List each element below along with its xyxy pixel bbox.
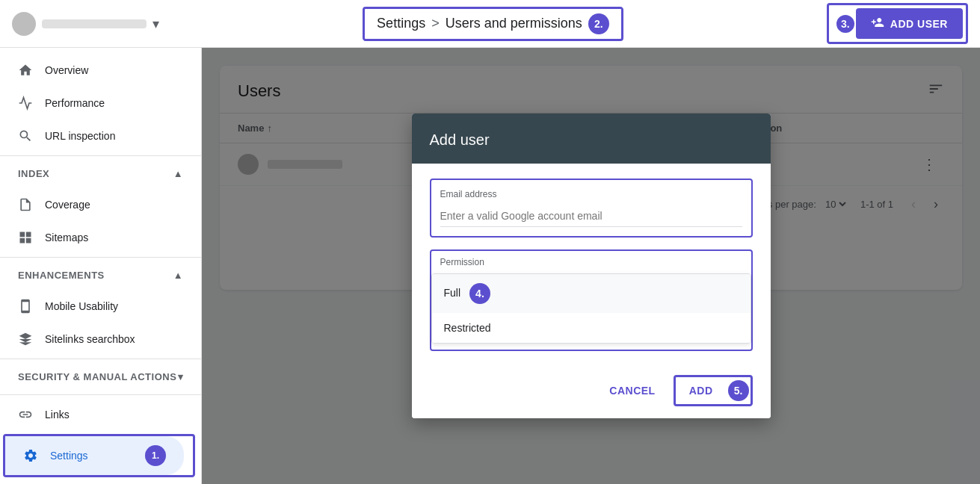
add-user-button[interactable]: ADD USER	[856, 8, 963, 39]
dialog-header: Add user	[412, 114, 771, 164]
sidebar-divider-3	[0, 359, 201, 359]
cancel-button[interactable]: CANCEL	[597, 379, 667, 403]
page-area: Users Name ↑ Email Permission	[202, 48, 980, 484]
security-section-header[interactable]: Security & Manual Actions ▾	[0, 362, 201, 391]
diamond-icon	[18, 332, 33, 347]
index-collapse-icon: ▲	[173, 168, 183, 179]
add-user-dialog: Add user Email address Permission Ful	[412, 114, 771, 418]
sidebar-item-settings[interactable]: Settings 1.	[5, 436, 184, 475]
grid-icon	[18, 230, 33, 245]
security-section-label: Security & Manual Actions	[18, 371, 176, 382]
breadcrumb: Settings > Users and permissions 2.	[363, 7, 623, 41]
avatar	[12, 12, 36, 36]
modal-overlay: Add user Email address Permission Ful	[202, 48, 980, 484]
sidebar-label-mobile-usability: Mobile Usability	[45, 300, 118, 312]
chart-icon	[18, 96, 33, 111]
badge-4: 4.	[469, 283, 490, 304]
email-label: Email address	[440, 189, 742, 199]
sidebar-label-coverage: Coverage	[45, 199, 90, 211]
badge-1: 1.	[145, 445, 166, 466]
sidebar-item-links[interactable]: Links	[0, 398, 192, 431]
add-button-wrap: ADD 5.	[674, 375, 753, 406]
badge-5: 5.	[728, 380, 749, 401]
sidebar-label-performance: Performance	[45, 97, 105, 109]
dialog-title: Add user	[430, 131, 490, 148]
permission-full-label: Full	[444, 287, 461, 299]
breadcrumb-separator: >	[431, 16, 440, 31]
sidebar-label-settings: Settings	[50, 450, 88, 462]
sidebar-item-coverage[interactable]: Coverage	[0, 188, 192, 221]
badge-3: 3.	[835, 13, 856, 34]
add-user-person-icon	[871, 16, 884, 31]
badge-2: 2.	[588, 13, 609, 34]
add-user-label: ADD USER	[890, 18, 948, 30]
search-icon	[18, 128, 33, 143]
email-field-wrapper: Email address	[430, 179, 753, 238]
sidebar-label-sitemaps: Sitemaps	[45, 232, 88, 243]
sidebar-label-sitelinks-searchbox: Sitelinks searchbox	[45, 333, 135, 345]
mobile-icon	[18, 299, 33, 314]
top-bar-left: ▾	[12, 12, 159, 36]
site-name	[42, 19, 147, 28]
permission-option-restricted[interactable]: Restricted	[432, 313, 751, 343]
home-icon	[18, 63, 33, 78]
sidebar-item-sitelinks-searchbox[interactable]: Sitelinks searchbox	[0, 323, 192, 356]
permission-dropdown: Full 4. Restricted	[431, 273, 751, 344]
email-input[interactable]	[440, 205, 742, 227]
enhancements-section-header[interactable]: Enhancements ▲	[0, 261, 201, 290]
link-icon	[18, 407, 33, 422]
security-collapse-icon: ▾	[178, 371, 184, 382]
index-section-label: Index	[18, 168, 49, 179]
sidebar-divider-2	[0, 257, 201, 258]
sidebar-item-overview[interactable]: Overview	[0, 54, 192, 87]
sidebar: Overview Performance URL inspection Inde…	[0, 48, 202, 484]
settings-highlight-box: Settings 1.	[3, 434, 195, 477]
add-button[interactable]: ADD	[677, 379, 725, 403]
permission-label: Permission	[431, 257, 751, 273]
sidebar-item-sitemaps[interactable]: Sitemaps	[0, 221, 192, 254]
sidebar-item-url-inspection[interactable]: URL inspection	[0, 120, 192, 152]
gear-icon	[23, 448, 38, 463]
top-bar: ▾ Settings > Users and permissions 2. 3.…	[0, 0, 980, 48]
index-section-header[interactable]: Index ▲	[0, 159, 201, 188]
enhancements-collapse-icon: ▲	[173, 270, 183, 281]
site-dropdown-icon[interactable]: ▾	[152, 16, 159, 32]
file-icon	[18, 197, 33, 212]
add-user-area: 3. ADD USER	[827, 3, 968, 44]
main-content: Overview Performance URL inspection Inde…	[0, 48, 980, 484]
sidebar-label-links: Links	[45, 409, 70, 421]
enhancements-section-label: Enhancements	[18, 270, 105, 281]
sidebar-label-url-inspection: URL inspection	[45, 130, 115, 142]
dialog-body: Email address Permission Full 4.	[412, 164, 771, 366]
sidebar-divider-1	[0, 155, 201, 156]
permission-field-wrapper: Permission Full 4. Restricted	[430, 249, 753, 351]
breadcrumb-settings: Settings	[377, 16, 425, 31]
sidebar-label-overview: Overview	[45, 64, 88, 76]
sidebar-item-mobile-usability[interactable]: Mobile Usability	[0, 290, 192, 323]
breadcrumb-current: Users and permissions	[446, 16, 582, 31]
permission-restricted-label: Restricted	[444, 322, 491, 334]
permission-option-full[interactable]: Full 4.	[432, 274, 751, 313]
dialog-footer: CANCEL ADD 5.	[412, 366, 771, 418]
sidebar-item-performance[interactable]: Performance	[0, 87, 192, 120]
sidebar-divider-4	[0, 394, 201, 395]
